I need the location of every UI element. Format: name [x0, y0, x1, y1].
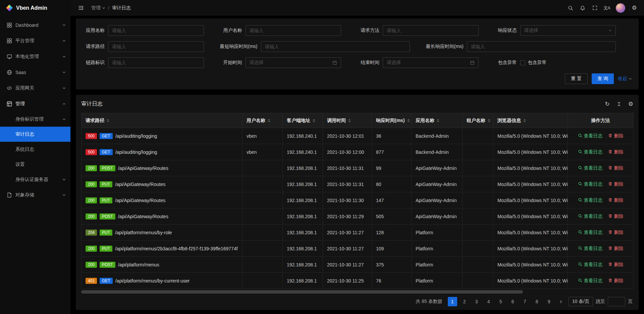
- sort-icon[interactable]: [488, 119, 490, 122]
- view-icon: [578, 230, 582, 235]
- delete-button[interactable]: 删除: [608, 197, 624, 203]
- column-header[interactable]: 租户名称: [463, 113, 493, 128]
- page-button-4[interactable]: 4: [484, 297, 493, 306]
- page-button-6[interactable]: 6: [508, 297, 518, 306]
- column-header[interactable]: 响应时间(ms): [372, 113, 412, 128]
- column-header[interactable]: 浏览器信息: [493, 113, 568, 128]
- delete-button[interactable]: 删除: [608, 262, 624, 268]
- page-button-1[interactable]: 1: [448, 297, 457, 306]
- column-header[interactable]: 客户端地址: [283, 113, 323, 128]
- delete-button[interactable]: 删除: [608, 278, 624, 284]
- status-badge: 500: [86, 133, 97, 139]
- actions-cell: 查看日志删除: [568, 273, 634, 289]
- sort-icon[interactable]: [348, 119, 351, 122]
- sidebar-item-dashboard[interactable]: Dashboard: [0, 17, 70, 33]
- delete-button[interactable]: 删除: [608, 230, 624, 236]
- has-exception-checkbox[interactable]: 包含异常: [520, 57, 616, 68]
- sidebar-subitem-identity[interactable]: 身份标识管理: [0, 112, 70, 127]
- sidebar-item-platform[interactable]: 平台管理: [0, 33, 70, 49]
- sidebar-item-manage[interactable]: 管理: [0, 96, 70, 112]
- sidebar-item-storage[interactable]: 对象存储: [0, 187, 70, 203]
- sidebar-item-localization[interactable]: 本地化管理: [0, 49, 70, 64]
- view-log-button[interactable]: 查看日志: [578, 230, 603, 236]
- sidebar-subitem-settings[interactable]: 设置: [0, 157, 70, 172]
- user-name-input[interactable]: [246, 25, 341, 36]
- sidebar-subitem-system-logging[interactable]: 系统日志: [0, 142, 70, 157]
- view-log-button[interactable]: 查看日志: [578, 181, 603, 187]
- max-response-ms-input[interactable]: [467, 41, 616, 52]
- sidebar-subitem-audit-logging[interactable]: 审计日志: [0, 127, 70, 142]
- page-button-9[interactable]: 9: [544, 297, 554, 306]
- delete-button[interactable]: 删除: [608, 165, 624, 171]
- jump-input[interactable]: [608, 297, 625, 306]
- start-time-picker[interactable]: 请选择: [246, 57, 341, 68]
- sort-icon[interactable]: [523, 119, 526, 122]
- sidebar-subitem-auth-server[interactable]: 身份认证服务器: [0, 172, 70, 187]
- refresh-icon[interactable]: ↻: [605, 101, 610, 107]
- column-header[interactable]: 请求路径: [82, 113, 243, 128]
- view-log-button[interactable]: 查看日志: [578, 197, 603, 203]
- sort-icon[interactable]: [437, 119, 439, 122]
- reset-button[interactable]: 重 置: [565, 73, 588, 84]
- search-icon[interactable]: [565, 0, 576, 16]
- request-path-input[interactable]: [108, 41, 204, 52]
- page-button-8[interactable]: 8: [532, 297, 542, 306]
- end-time-picker[interactable]: 请选择: [383, 57, 479, 68]
- collapse-link[interactable]: 收起: [618, 76, 632, 82]
- browser-cell: Mozilla/5.0 (Windows NT 10.0; Win: [493, 160, 568, 176]
- column-header[interactable]: 调用时间: [323, 113, 372, 128]
- user-cell: [243, 241, 283, 257]
- sort-icon[interactable]: [313, 119, 315, 122]
- menu-fold-icon[interactable]: [75, 0, 87, 16]
- delete-button[interactable]: 删除: [608, 181, 624, 187]
- delete-button[interactable]: 删除: [608, 213, 624, 219]
- trace-id-input[interactable]: [108, 57, 204, 68]
- column-header[interactable]: 应用名称: [412, 113, 463, 128]
- min-response-ms-input[interactable]: [261, 41, 410, 52]
- app-name-input[interactable]: [108, 25, 204, 36]
- app-name-cell: ApiGateWay-Admin: [412, 192, 463, 208]
- view-log-button[interactable]: 查看日志: [578, 213, 603, 219]
- view-icon: [578, 166, 582, 171]
- page-button-2[interactable]: 2: [460, 297, 469, 306]
- page-button-5[interactable]: 5: [496, 297, 505, 306]
- bell-icon[interactable]: [577, 0, 588, 16]
- delete-button[interactable]: 删除: [608, 149, 624, 155]
- view-log-button[interactable]: 查看日志: [578, 149, 603, 155]
- view-log-button[interactable]: 查看日志: [578, 246, 603, 252]
- view-log-button[interactable]: 查看日志: [578, 133, 603, 139]
- page-button-7[interactable]: 7: [520, 297, 530, 306]
- sidebar-item-gateway[interactable]: 应用网关: [0, 80, 70, 96]
- sort-icon[interactable]: [268, 119, 270, 122]
- breadcrumb-item[interactable]: 审计日志: [112, 5, 131, 11]
- avatar[interactable]: [616, 3, 625, 13]
- translate-icon[interactable]: 文A: [601, 0, 612, 16]
- sort-icon[interactable]: [107, 119, 109, 122]
- view-log-button[interactable]: 查看日志: [578, 262, 603, 268]
- page-size-select[interactable]: 10 条/页: [569, 297, 593, 306]
- http-status-select[interactable]: 请选择: [520, 25, 616, 36]
- http-method-input[interactable]: [383, 25, 479, 36]
- horizontal-scrollbar[interactable]: [81, 290, 633, 294]
- breadcrumb-item[interactable]: 管理: [91, 5, 105, 11]
- view-log-button[interactable]: 查看日志: [578, 165, 603, 171]
- page-button-3[interactable]: 3: [472, 297, 481, 306]
- query-button[interactable]: 查 询: [592, 73, 614, 84]
- storage-icon: [7, 192, 12, 198]
- sidebar-item-saas[interactable]: Saas: [0, 64, 70, 80]
- row-height-icon[interactable]: [616, 102, 622, 107]
- delete-button[interactable]: 删除: [608, 133, 624, 139]
- settings-icon[interactable]: ⚙: [629, 0, 640, 16]
- app-logo[interactable]: Vben Admin: [0, 0, 70, 16]
- sort-icon[interactable]: [407, 119, 410, 122]
- checkbox-box[interactable]: [520, 60, 525, 65]
- page-content: 应用名称用户名称请求方法响应状态请选择请求路径最短响应时间(ms)最长响应时间(…: [70, 16, 644, 314]
- next-page-button[interactable]: [556, 297, 566, 306]
- settings-icon[interactable]: ⚙: [628, 101, 633, 107]
- scrollbar-thumb[interactable]: [81, 290, 523, 294]
- chevron-down-icon: [62, 118, 66, 121]
- column-header[interactable]: 用户名称: [243, 113, 283, 128]
- delete-button[interactable]: 删除: [608, 246, 624, 252]
- view-log-button[interactable]: 查看日志: [578, 278, 603, 284]
- fullscreen-icon[interactable]: [589, 0, 600, 16]
